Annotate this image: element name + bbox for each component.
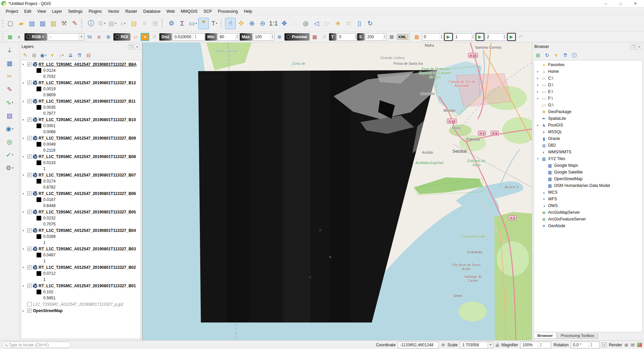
layer-visibility-checkbox[interactable]: ✓ — [27, 99, 32, 103]
enable-properties-widget-button[interactable]: ⓘ — [570, 51, 579, 59]
scp-browser-globe-dropdown-icon[interactable]: ▾ — [12, 127, 13, 130]
collapse-all-browser-button[interactable]: ⇈ — [561, 51, 570, 59]
menu-web[interactable]: Web — [163, 8, 177, 15]
scp-sigma-plot-button[interactable]: σ — [95, 33, 103, 41]
menu-raster[interactable]: Raster — [122, 8, 140, 15]
layer-item[interactable]: ▾✓RT_L1C_T29SMC_A012547_20190801T113327_… — [21, 61, 140, 67]
browser-item[interactable]: ▸▭D:\ — [534, 82, 642, 88]
layer-item[interactable]: ▾✓RT_L1C_T29SMC_A012547_20190801T113327_… — [21, 153, 140, 160]
menu-edit[interactable]: Edit — [21, 8, 34, 15]
browser-item[interactable]: ◓WFS — [534, 196, 642, 202]
scp-edit-button[interactable]: ✎ — [4, 84, 16, 95]
tab-browser[interactable]: Browser — [534, 333, 556, 339]
open-attribute-table-button[interactable]: ≡ — [139, 18, 150, 29]
layer-visibility-checkbox[interactable]: ✓ — [27, 173, 32, 177]
open-layer-styling-button[interactable]: ✎ — [21, 51, 30, 59]
min-spinbox[interactable]: 60 ▲▼ — [218, 33, 239, 41]
layer-visibility-checkbox[interactable]: ✓ — [27, 284, 32, 288]
show-bookmark-manager-button[interactable]: ▯ — [354, 18, 365, 29]
identify-features-button[interactable]: ⓘ — [86, 18, 96, 29]
expand-all-button[interactable]: ⇊ — [66, 51, 75, 59]
scp-zoom-roi-button[interactable]: ⊕ — [104, 33, 113, 41]
menu-help[interactable]: Help — [241, 8, 255, 15]
t-spinbox[interactable]: 0 ▲▼ — [337, 33, 357, 41]
filter-legend-button[interactable]: ▼ — [48, 51, 57, 59]
layer-visibility-checkbox[interactable]: ✓ — [27, 191, 32, 196]
expand-arrow-icon[interactable]: ▾ — [22, 100, 26, 103]
browser-item[interactable]: ◒WCS — [534, 189, 642, 196]
options-button[interactable]: ⚙ — [166, 18, 177, 29]
edit-value-0-spinbox[interactable]: 0 ▲▼ — [422, 33, 443, 41]
spinner-arrows-icon[interactable]: ▲▼ — [383, 34, 386, 40]
scp-spectral-signature-dropdown-icon[interactable]: ▾ — [12, 101, 13, 104]
save-project-as-button[interactable]: ▧ — [37, 18, 48, 29]
menu-settings[interactable]: Settings — [65, 8, 86, 15]
scp-remove-training-button[interactable]: ⊠ — [387, 33, 396, 41]
layer-item[interactable]: ▾✓RT_L1C_T29SMC_A012547_20190801T113327_… — [21, 98, 140, 104]
browser-item[interactable]: ▸♞PostGIS — [534, 122, 642, 129]
scp-spectral-signature-button[interactable]: ∿▾ — [4, 97, 16, 108]
run-feature-action-button[interactable]: ⚙▾ — [96, 18, 107, 29]
deselect-features-dropdown-icon[interactable]: ▾ — [124, 22, 125, 25]
new-print-layout-button[interactable]: ▥ — [48, 18, 59, 29]
edit-value-1-spinbox[interactable]: 1 ▲▼ — [453, 33, 475, 41]
apply-edit-1-button[interactable]: ▶ — [476, 33, 484, 41]
scp-undo-edit-button[interactable]: ↶ — [517, 33, 525, 41]
browser-item[interactable]: ▸▭C:\ — [534, 75, 642, 82]
browser-item[interactable]: ❖GeoPackage — [534, 108, 642, 115]
collapse-all-button[interactable]: ⇈ — [75, 51, 84, 59]
dist-spinbox[interactable]: 0.010000 ▲▼ — [172, 33, 205, 41]
open-project-button[interactable]: ▰ — [16, 18, 26, 29]
scp-spectral-range-button[interactable]: % — [85, 33, 94, 41]
browser-item[interactable]: ◗MSSQL — [534, 129, 642, 135]
scp-settings-button[interactable]: ⚙▾ — [4, 162, 16, 173]
layer-item[interactable]: ▾✓RT_L1C_T29SMC_A012547_20190801T113327_… — [21, 246, 140, 252]
browser-item[interactable]: ✒SpatiaLite — [534, 115, 642, 122]
scp-rgb-plot-button[interactable]: ◐ — [15, 33, 24, 41]
browser-item[interactable]: ◑OWS — [534, 202, 642, 209]
edit-value-2-spinbox[interactable]: 2 ▲▼ — [485, 33, 506, 41]
close-button[interactable]: ✕ — [628, 0, 643, 7]
map-canvas[interactable]: Sintra-CascaisMafraSamora CorreiaGrande … — [142, 43, 532, 340]
show-bookmarks-button[interactable]: ☆ — [343, 18, 354, 29]
export-kml-button[interactable]: KML — [397, 34, 408, 40]
coordinate-input[interactable]: -1133652,4601248 — [398, 342, 439, 348]
manage-map-themes-button[interactable]: ◉▾ — [39, 51, 48, 59]
zoom-in-button[interactable]: ⊕ — [247, 18, 257, 29]
browser-item[interactable]: ⊕ArcGisMapServer — [534, 209, 642, 216]
spinner-arrows-icon[interactable]: ▲▼ — [271, 34, 274, 40]
lock-scale-icon[interactable] — [496, 344, 499, 347]
menu-processing[interactable]: Processing — [215, 8, 241, 15]
expand-arrow-icon[interactable]: ▾ — [22, 229, 26, 232]
layers-tree[interactable]: ▾✓RT_L1C_T29SMC_A012547_20190801T113327_… — [21, 60, 141, 339]
field-calculator-button[interactable]: ⊞ — [150, 18, 161, 29]
float-panel-icon[interactable]: ❐ — [630, 44, 636, 49]
layer-visibility-checkbox[interactable]: ✓ — [27, 117, 32, 122]
browser-item[interactable]: ◍DB2 — [534, 142, 642, 149]
browser-item[interactable]: ◐WMS/WMTS — [534, 149, 642, 155]
scp-redo-preview-button[interactable]: ↺ — [320, 33, 328, 41]
layer-visibility-checkbox[interactable]: ✓ — [27, 302, 32, 306]
scp-band-set-button[interactable]: ▦ — [4, 58, 16, 68]
zoom-to-layer-button[interactable]: ◎ — [300, 18, 311, 29]
rotation-spinbox[interactable]: 0.0 ° ▲▼ — [571, 342, 600, 348]
apply-edit-0-button[interactable]: ▶ — [444, 33, 453, 41]
remove-layer-button[interactable]: ⊟ — [84, 51, 93, 59]
menu-plugins[interactable]: Plugins — [86, 8, 105, 15]
zoom-last-button[interactable]: ◁ — [311, 18, 322, 29]
map-tips-button[interactable]: ❞ — [198, 18, 209, 29]
spinner-arrows-icon[interactable]: ▲▼ — [440, 34, 443, 40]
layer-visibility-checkbox[interactable]: ✓ — [27, 265, 32, 269]
spinner-arrows-icon[interactable]: ▲▼ — [235, 34, 239, 40]
browser-item[interactable]: ▦OSM Humanitarian Data Model — [534, 182, 642, 189]
show-layout-manager-button[interactable]: ⚒ — [59, 18, 69, 29]
chevron-down-icon[interactable]: ▼ — [78, 34, 84, 40]
expand-arrow-icon[interactable]: ▾ — [22, 118, 26, 121]
browser-item[interactable]: ✳GeoNode — [534, 222, 642, 229]
close-panel-icon[interactable]: ✕ — [637, 44, 642, 49]
expand-arrow-icon[interactable]: ▾ — [22, 266, 26, 269]
scp-settings-dropdown-icon[interactable]: ▾ — [12, 166, 13, 169]
layer-visibility-checkbox[interactable]: ✓ — [27, 62, 32, 66]
menu-scp[interactable]: SCP — [201, 8, 215, 15]
layer-visibility-checkbox[interactable]: ✓ — [27, 247, 32, 251]
